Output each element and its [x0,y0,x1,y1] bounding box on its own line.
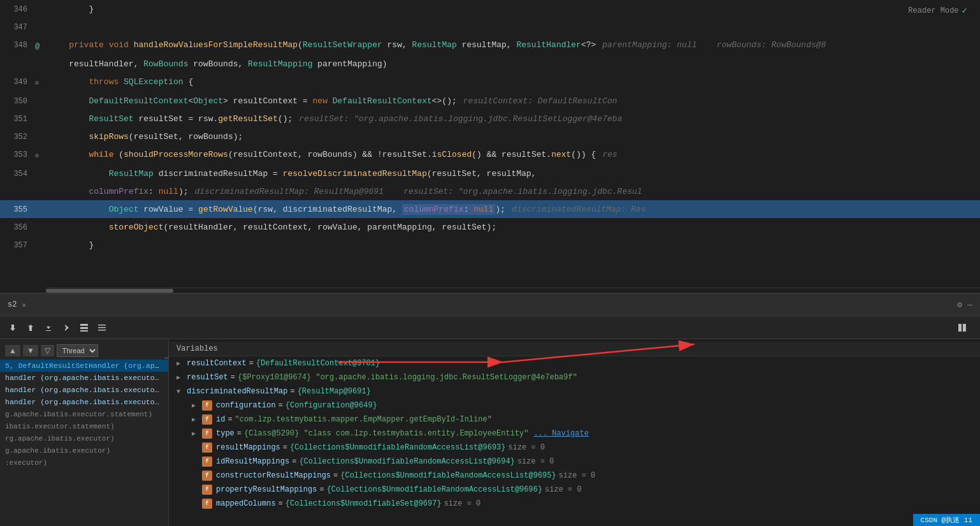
line-content: resultHandler, RowBounds rowBounds, Resu… [47,55,980,73]
stack-item-3[interactable]: handler (org.apache.ibatis.executor.resu… [0,396,168,408]
line-gutter: ⊘ [35,73,47,92]
close-tab-icon[interactable]: ✕ [22,301,26,309]
line-gutter [35,200,47,203]
field-icon: f [202,414,212,425]
stack-dropdown-select[interactable]: Thread [57,344,98,357]
variables-content: Variables ▶ resultContext = {DefaultResu… [169,339,980,526]
stack-item-8[interactable]: :executor) [0,457,168,469]
var-item-constructormappings[interactable]: ▶ f constructorResultMappings = {Collect… [169,469,980,483]
line-number: 354 [0,164,35,182]
var-equals: = [333,471,338,480]
var-item-idresultmappings[interactable]: ▶ f idResultMappings = {Collections$Unmo… [169,455,980,469]
expand-btn: ▶ [192,500,201,508]
line-gutter [35,55,47,57]
code-line-354: 354 ResultMap discriminatedResultMap = r… [0,164,980,182]
expand-btn[interactable]: ▼ [177,388,185,395]
debug-tab-s2[interactable]: s2 [8,300,17,309]
expand-btn[interactable]: ▶ [177,374,185,381]
expand-btn[interactable]: ▶ [192,430,201,437]
line-number: 352 [0,128,35,145]
line-content: columnPrefix: null);discriminatedResultM… [47,182,980,200]
line-content: } [47,0,980,18]
line-gutter [35,236,47,238]
line-content: Object rowValue = getRowValue(rsw, discr… [47,200,980,218]
stack-item-7[interactable]: g.apache.ibatis.executor) [0,444,168,457]
step-over-button[interactable] [41,320,56,335]
line-number: 356 [0,218,35,236]
line-gutter [35,164,47,167]
line-content: while (shouldProcessMoreRows(resultConte… [47,145,980,163]
more-button[interactable] [94,320,110,335]
stack-nav-down[interactable]: ▼ [23,345,38,356]
stack-filter[interactable]: ▽ [41,345,54,356]
expand-btn[interactable]: ▶ [177,360,185,367]
code-line-352: 352 skipRows(resultSet, rowBounds); [0,128,980,145]
code-line-348: 348 @ private void handleRowValuesForSim… [0,36,980,55]
stack-item-label: 5, DefaultResultSetHandler (org.apache. [5,362,168,370]
var-item-propertymappings[interactable]: ▶ f propertyResultMappings = {Collection… [169,483,980,497]
stack-item-6[interactable]: rg.apache.ibatis.executor) [0,432,168,444]
var-name: constructorResultMappings [216,471,331,480]
var-item-resultmappings[interactable]: ▶ f resultMappings = {Collections$Unmodi… [169,441,980,455]
var-value: {ResultMap@9691} [298,387,371,396]
var-value: {DefaultResultContext@9781} [256,359,380,368]
var-item-resultcontext[interactable]: ▶ resultContext = {DefaultResultContext@… [169,356,980,370]
field-icon: f [202,485,212,495]
var-item-discriminated[interactable]: ▼ discriminatedResultMap = {ResultMap@96… [169,384,980,398]
svg-rect-4 [98,327,106,328]
stack-item-label: :executor) [5,459,47,467]
stack-dropdown: ▲ ▼ ▽ Thread [0,342,168,360]
svg-rect-6 [958,324,962,332]
stack-item-label: g.apache.ibatis.executor) [5,447,110,455]
expand-icon[interactable]: ↔ [164,354,169,362]
expand-btn[interactable]: ▶ [192,416,201,423]
expand-btn[interactable]: ▶ [192,402,201,409]
navigate-link[interactable]: ... Navigate [534,429,589,438]
var-size: size = 0 [444,499,481,508]
var-item-id[interactable]: ▶ f id = "com.lzp.testmybatis.mapper.Emp… [169,413,980,427]
line-gutter: ⊘ [35,145,47,164]
var-value: {$Proxy101@9674} "org.apache.ibatis.logg… [238,373,577,382]
reader-mode-button[interactable]: Reader Mode ✓ [908,5,967,16]
var-equals: = [249,359,254,368]
stack-item-active[interactable]: 5, DefaultResultSetHandler (org.apache. [0,360,168,372]
var-item-configuration[interactable]: ▶ f configuration = {Configuration@9649} [169,398,980,413]
horizontal-scrollbar[interactable] [46,288,980,293]
stack-item-2[interactable]: handler (org.apache.ibatis.executor.resu… [0,384,168,396]
line-number: 351 [0,110,35,128]
force-step-button[interactable] [59,320,74,335]
svg-rect-7 [963,324,966,332]
frames-button[interactable] [76,320,92,335]
var-value: {Collections$UnmodifiableRandomAccessLis… [340,471,556,480]
stack-item-label: handler (org.apache.ibatis.executor.resu… [5,398,168,406]
call-stack-panel: ▲ ▼ ▽ Thread 5, DefaultResultSetHandler … [0,339,169,526]
expand-btn: ▶ [192,444,201,451]
stack-item-1[interactable]: handler (org.apache.ibatis.executor.resu… [0,372,168,384]
minimize-icon[interactable]: — [967,300,972,310]
stack-item-4[interactable]: g.apache.ibatis.executor.statement) [0,408,168,420]
var-name: resultMappings [216,443,280,452]
expand-btn: ▶ [192,458,201,465]
var-item-mappedcolumns[interactable]: ▶ f mappedColumns = {Collections$Unmodif… [169,497,980,511]
line-number [0,182,35,184]
line-content: DefaultResultContext<Object> resultConte… [47,92,980,110]
var-item-resultset[interactable]: ▶ resultSet = {$Proxy101@9674} "org.apac… [169,370,980,384]
step-out-button[interactable] [23,320,38,335]
stack-item-5[interactable]: ibatis.executor.statement) [0,420,168,432]
step-into-button[interactable] [5,320,20,335]
var-size: size = 0 [545,485,582,494]
settings-icon[interactable]: ⚙ [957,300,962,310]
line-content: skipRows(resultSet, rowBounds); [47,128,980,145]
line-content: ResultMap discriminatedResultMap = resol… [47,164,980,182]
expand-btn: ▶ [192,486,201,493]
stack-item-label: ibatis.executor.statement) [5,423,115,430]
var-item-type[interactable]: ▶ f type = {Class@5290} "class com.lzp.t… [169,427,980,441]
svg-rect-2 [80,330,88,332]
stack-nav-up[interactable]: ▲ [5,345,20,356]
line-gutter [35,0,47,3]
stack-item-label: rg.apache.ibatis.executor) [5,435,115,442]
field-icon: f [202,457,212,467]
var-equals: = [227,415,232,424]
layout-button[interactable] [955,320,970,335]
svg-rect-5 [98,330,106,331]
